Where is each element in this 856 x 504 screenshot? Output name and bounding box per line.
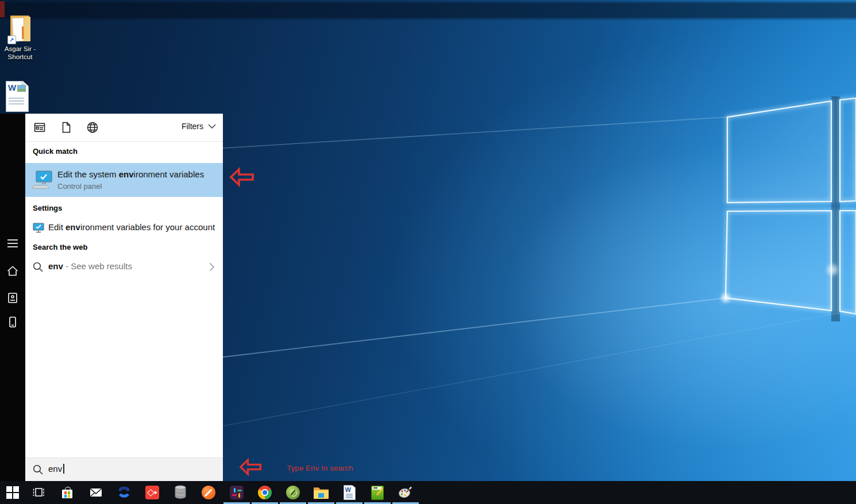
- result-edit-system-environment-variables[interactable]: Edit the system environment variables Co…: [25, 163, 223, 197]
- result-subtitle: Control panel: [57, 182, 102, 191]
- result-title: Edit environment variables for your acco…: [48, 222, 215, 232]
- slack-icon: [230, 486, 244, 499]
- taskbar-android-studio[interactable]: [279, 481, 307, 504]
- text-caret: [63, 464, 64, 474]
- green-editor-icon: [371, 486, 384, 500]
- filter-web-button[interactable]: [86, 121, 99, 136]
- taskbar-red-diamond-app[interactable]: [138, 481, 166, 504]
- taskbar-chrome[interactable]: [251, 481, 279, 504]
- folder-shortcut-icon: ↗: [7, 15, 33, 45]
- running-indicator: [252, 502, 278, 504]
- home-button[interactable]: [0, 258, 25, 284]
- running-indicator: [308, 502, 334, 504]
- filters-dropdown[interactable]: Filters: [182, 122, 216, 131]
- taskbar-file-explorer[interactable]: [307, 481, 335, 504]
- globe-icon: [86, 121, 99, 134]
- running-indicator: [223, 502, 250, 504]
- result-edit-user-environment-variables[interactable]: Edit environment variables for your acco…: [25, 218, 223, 238]
- topbar-divider: [25, 141, 223, 142]
- store-icon: [60, 486, 74, 499]
- taskbar-microsoft-store[interactable]: [53, 481, 81, 504]
- devices-button[interactable]: [0, 309, 25, 335]
- filter-documents-button[interactable]: [60, 121, 72, 136]
- section-header-quick-match: Quick match: [33, 147, 78, 156]
- word-document-icon: W: [5, 80, 30, 113]
- notebook-button[interactable]: [0, 285, 25, 311]
- task-view-icon: [32, 486, 45, 499]
- taskbar-paint[interactable]: [392, 481, 419, 504]
- windows-desktop: { "glyphs": { "word": "W" }, "colors": {…: [0, 0, 856, 504]
- filter-apps-button[interactable]: [33, 121, 46, 136]
- taskbar-word[interactable]: W: [336, 481, 363, 504]
- running-indicator: [364, 502, 391, 504]
- monitor-check-icon: [33, 223, 44, 233]
- taskbar-mail[interactable]: [82, 481, 110, 504]
- taskbar-slack[interactable]: [223, 481, 250, 504]
- search-query-text: env: [48, 464, 64, 474]
- annotation-arrow-quick-match: [229, 166, 255, 188]
- search-filter-bar: Filters: [25, 114, 223, 141]
- chrome-icon: [258, 486, 272, 499]
- red-diamond-icon: [145, 486, 159, 499]
- desktop-icon-label: Asgar Sir - Shortcut: [1, 45, 39, 61]
- search-icon: [33, 464, 44, 475]
- result-title: env - See web results: [48, 261, 132, 271]
- task-view-button[interactable]: [25, 481, 52, 504]
- windows-logo-icon: [6, 486, 19, 499]
- apps-icon: [33, 121, 46, 134]
- notebook-icon: [6, 292, 19, 304]
- database-icon: [174, 485, 187, 500]
- shortcut-arrow-badge: ↗: [7, 36, 16, 44]
- running-indicator: [336, 502, 363, 504]
- annotation-arrow-search-box: [239, 457, 262, 478]
- result-see-web-results[interactable]: env - See web results: [25, 257, 223, 277]
- mobile-device-icon: [6, 316, 19, 328]
- system-properties-icon: [32, 170, 54, 190]
- start-button[interactable]: [0, 481, 25, 504]
- taskbar: W: [0, 481, 856, 504]
- filters-label: Filters: [182, 122, 203, 131]
- taskbar-green-editor[interactable]: [364, 481, 391, 504]
- chevron-down-icon: [208, 124, 216, 129]
- running-indicator: [280, 502, 306, 504]
- blue-emblem-icon: [117, 486, 131, 499]
- search-results-panel: Filters Quick match Edit the system envi…: [25, 114, 223, 481]
- annotation-note: Type Env In search: [287, 464, 353, 472]
- paint-palette-icon: [398, 486, 413, 499]
- running-indicator: [392, 502, 419, 504]
- chevron-right-icon: [209, 262, 215, 272]
- word-icon: W: [344, 485, 356, 500]
- desktop-icon-asgar-shortcut[interactable]: ↗ Asgar Sir - Shortcut: [1, 15, 39, 61]
- desktop-icon-word-document[interactable]: W: [5, 80, 30, 113]
- android-studio-icon: [286, 486, 300, 499]
- thumbnail-image: [17, 85, 26, 92]
- orange-pen-icon: [202, 486, 215, 499]
- mail-envelope-icon: [89, 486, 103, 499]
- hamburger-menu-icon: [6, 237, 19, 250]
- file-explorer-icon: [314, 486, 329, 499]
- home-icon: [6, 265, 19, 277]
- document-icon: [60, 121, 72, 134]
- menu-button[interactable]: [0, 231, 25, 256]
- cortana-sidebar: [0, 114, 25, 481]
- taskbar-blue-emblem-app[interactable]: [110, 481, 138, 504]
- taskbar-database-app[interactable]: [167, 481, 194, 504]
- section-header-search-web: Search the web: [33, 243, 87, 251]
- search-icon: [33, 262, 44, 273]
- result-title: Edit the system environment variables: [57, 169, 204, 179]
- search-input[interactable]: env: [25, 458, 223, 482]
- taskbar-orange-pen-app[interactable]: [195, 481, 222, 504]
- section-header-settings: Settings: [33, 204, 62, 212]
